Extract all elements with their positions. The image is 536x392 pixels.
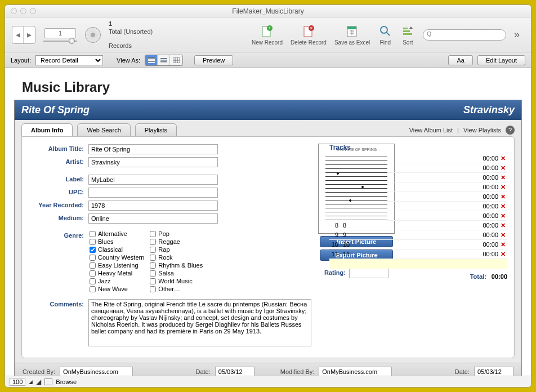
- track-row[interactable]: 9900:00✕: [329, 230, 507, 240]
- zoom-out-icon[interactable]: ◢: [29, 379, 33, 385]
- toolbar-overflow[interactable]: »: [514, 29, 520, 41]
- view-table-button[interactable]: [170, 55, 182, 65]
- delete-track-icon[interactable]: ✕: [498, 222, 507, 229]
- genre-option[interactable]: World Music: [150, 278, 203, 284]
- genre-checkbox[interactable]: [150, 231, 156, 237]
- next-record-button[interactable]: ▸: [24, 26, 35, 43]
- genre-checkbox[interactable]: [150, 239, 156, 245]
- track-duration: 00:00: [477, 184, 498, 190]
- toolbar: ◂ ▸ 1 1 Total (Unsorted) Records + New R…: [5, 17, 531, 52]
- track-row[interactable]: 8800:00✕: [329, 221, 507, 230]
- genre-checkbox[interactable]: [150, 255, 156, 261]
- svg-line-9: [386, 32, 390, 35]
- layout-toggle-icon[interactable]: [44, 378, 52, 385]
- sort-button[interactable]: Sort: [400, 24, 415, 46]
- genre-option[interactable]: Classical: [90, 246, 144, 253]
- genre-checkbox[interactable]: [90, 231, 96, 237]
- label-field[interactable]: [88, 175, 218, 185]
- record-slider[interactable]: [43, 41, 77, 42]
- upc-field[interactable]: [88, 188, 218, 198]
- track-name[interactable]: 8: [341, 222, 477, 229]
- genre-option[interactable]: Pop: [150, 230, 203, 237]
- genre-option[interactable]: Jazz: [90, 278, 144, 284]
- genre-option[interactable]: Rock: [150, 254, 203, 261]
- zoom-level[interactable]: 100: [10, 378, 25, 386]
- genre-checkbox[interactable]: [150, 247, 156, 253]
- delete-track-icon[interactable]: ✕: [498, 193, 507, 201]
- year-field[interactable]: [88, 201, 218, 211]
- genre-option[interactable]: New Wave: [90, 286, 144, 292]
- tab-album-info[interactable]: Album Info: [21, 123, 73, 136]
- delete-track-icon[interactable]: ✕: [498, 174, 507, 181]
- album-title-field[interactable]: [88, 144, 218, 154]
- album-picture[interactable]: THE RITE OF SPRING: [318, 144, 395, 234]
- tab-playlists[interactable]: Playlists: [135, 123, 177, 136]
- record-number[interactable]: 1: [44, 28, 76, 38]
- genre-checkbox[interactable]: [90, 286, 96, 292]
- minimize-icon[interactable]: [20, 8, 26, 14]
- view-form-button[interactable]: [145, 55, 158, 65]
- search-input[interactable]: [423, 29, 506, 41]
- view-album-list-link[interactable]: View Album List: [409, 127, 453, 133]
- search-box: Q: [423, 29, 506, 41]
- prev-record-button[interactable]: ◂: [12, 26, 24, 43]
- tab-web-search[interactable]: Web Search: [77, 123, 130, 136]
- genre-checkbox[interactable]: [90, 255, 96, 261]
- edit-layout-button[interactable]: Edit Layout: [477, 55, 525, 65]
- delete-track-icon[interactable]: ✕: [498, 241, 507, 248]
- genre-checkbox[interactable]: [150, 270, 156, 277]
- genre-option[interactable]: Reggae: [150, 238, 203, 245]
- view-playlists-link[interactable]: View Playlists: [463, 127, 501, 133]
- delete-track-icon[interactable]: ✕: [498, 203, 507, 210]
- track-name[interactable]: 9: [341, 231, 477, 238]
- genre-checkbox[interactable]: [150, 262, 156, 269]
- medium-field[interactable]: [88, 213, 218, 224]
- track-name[interactable]: 11: [341, 251, 477, 257]
- created-by-label: Created By:: [23, 368, 55, 375]
- view-list-button[interactable]: [158, 55, 170, 65]
- genre-option[interactable]: Country Western: [90, 254, 144, 261]
- genre-option[interactable]: Blues: [90, 238, 144, 245]
- delete-track-icon[interactable]: ✕: [498, 212, 507, 220]
- delete-track-icon[interactable]: ✕: [498, 184, 507, 191]
- delete-track-icon[interactable]: ✕: [498, 164, 507, 172]
- find-button[interactable]: Find: [378, 24, 392, 46]
- genre-option[interactable]: Heavy Metal: [90, 270, 144, 277]
- delete-track-icon[interactable]: ✕: [498, 251, 507, 258]
- track-empty-row[interactable]: [329, 259, 507, 269]
- help-icon[interactable]: ?: [506, 126, 515, 135]
- genre-checkbox[interactable]: [150, 278, 156, 284]
- genre-checkbox[interactable]: [90, 247, 96, 253]
- delete-record-button[interactable]: × Delete Record: [291, 24, 327, 46]
- delete-track-icon[interactable]: ✕: [498, 155, 507, 162]
- preview-button[interactable]: Preview: [194, 55, 233, 65]
- artist-field[interactable]: [88, 157, 218, 167]
- track-row[interactable]: 111100:00✕: [329, 250, 507, 259]
- genre-option[interactable]: Rap: [150, 246, 203, 253]
- aa-button[interactable]: Aa: [448, 55, 472, 65]
- genre-option[interactable]: Easy Listening: [90, 262, 144, 269]
- track-row[interactable]: 101000:00✕: [329, 240, 507, 250]
- genre-checkbox[interactable]: [90, 239, 96, 245]
- genre-checkbox[interactable]: [90, 270, 96, 277]
- genre-checkbox[interactable]: [90, 278, 96, 284]
- genre-option[interactable]: Rhythm & Blues: [150, 262, 203, 269]
- save-excel-button[interactable]: Save as Excel: [334, 24, 370, 46]
- header-artist: Stravinsky: [463, 104, 515, 116]
- zoom-in-icon[interactable]: ◢: [36, 378, 41, 386]
- comments-field[interactable]: The Rite of Spring, original French titl…: [88, 299, 311, 346]
- close-icon[interactable]: [11, 8, 17, 14]
- svg-text:+: +: [269, 25, 271, 31]
- zoom-icon[interactable]: [30, 8, 36, 14]
- layout-select[interactable]: Record Detail: [35, 55, 103, 65]
- genre-option[interactable]: Alternative: [90, 230, 144, 237]
- genre-checkbox[interactable]: [150, 286, 156, 292]
- track-name[interactable]: 10: [341, 241, 477, 248]
- genre-option[interactable]: Salsa: [150, 270, 203, 277]
- genre-option[interactable]: Other…: [150, 286, 203, 292]
- slider-knob[interactable]: [69, 38, 75, 44]
- genre-checkbox[interactable]: [90, 262, 96, 269]
- view-mode-group: [145, 55, 183, 66]
- new-record-button[interactable]: + New Record: [252, 24, 283, 46]
- delete-track-icon[interactable]: ✕: [498, 231, 507, 239]
